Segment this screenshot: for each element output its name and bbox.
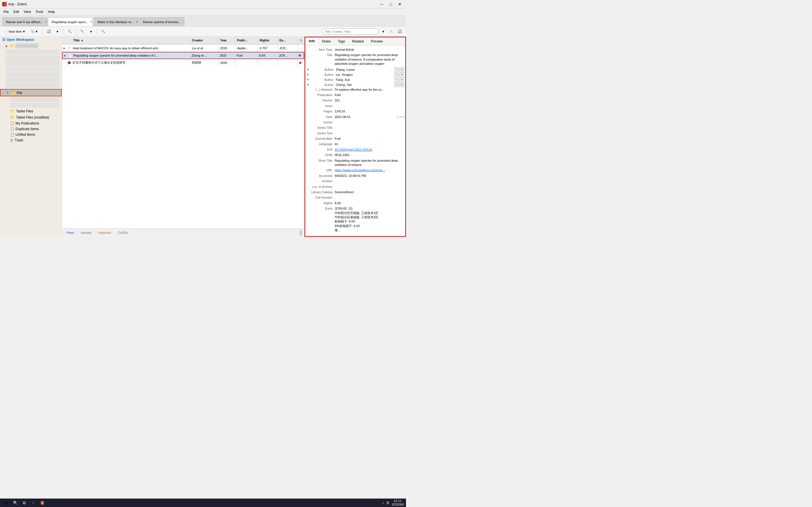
row-title-0: Heat treatment of MnCO3: An easy way to … (71, 47, 190, 50)
col-header-extra[interactable]: Ex... (278, 37, 297, 44)
row-rights-1: 8.04 (257, 52, 277, 59)
publication-label: Publication (306, 93, 335, 97)
sidebar-item-co-others[interactable]: ▶ 📁 Co-Others (0, 43, 62, 49)
search-area: ▼ (322, 28, 387, 35)
tab-label-3: Raman spectra of birness... (143, 20, 181, 24)
alert-button[interactable]: ⚠ (388, 28, 395, 35)
sidebar-item-tablet-modified[interactable]: 📁 Tablet Files (modified) (0, 114, 62, 121)
tab-close-2[interactable]: ✕ (135, 20, 139, 24)
sidebar-item-trash[interactable]: 🗑 Trash (0, 137, 62, 143)
duplicate-items-label: Duplicate Items (15, 127, 39, 131)
tab-close-0[interactable]: ✕ (45, 20, 47, 24)
extra-label: Extra (306, 207, 335, 232)
col-header-year[interactable]: Year (218, 37, 236, 44)
tag-co3o4[interactable]: Co3O4 (116, 230, 130, 235)
col-header-publi[interactable]: Publi... (236, 37, 258, 44)
series-text-label: Series Text (306, 131, 335, 135)
table-row[interactable]: 🎓 矿区不同重构方式下土壤水文性质研究 郭婷婷 2020 (62, 59, 304, 66)
sidebar-item-unfiled[interactable]: 📋 Unfiled Items (0, 132, 62, 137)
author-row-2: ▼ Author Fang, Xue ─ + (306, 77, 404, 82)
new-item-button[interactable]: 📄 New Item ▼ (2, 28, 28, 35)
author-plus-1[interactable]: + (400, 72, 404, 77)
close-button[interactable]: ✕ (396, 1, 404, 7)
tab-0[interactable]: Raman and X-ray diffract... ✕ (2, 17, 47, 26)
col-header-title[interactable]: Title ▲ (71, 37, 190, 44)
date-ymd: y m d (397, 115, 404, 119)
info-series: Series (306, 120, 404, 124)
col-header-creator[interactable]: Creator (190, 37, 218, 44)
menu-edit[interactable]: Edit (11, 9, 21, 14)
search-options-button[interactable]: ▼ (380, 28, 387, 35)
right-tab-related[interactable]: Related (349, 38, 367, 45)
menu-tools[interactable]: Tools (33, 9, 46, 14)
author-plus-3[interactable]: + (400, 82, 404, 87)
menu-help[interactable]: Help (46, 9, 57, 14)
row-title-1: Regulating oxygen species for promoted d… (72, 54, 190, 57)
row-expand-0[interactable]: ▶ (62, 47, 66, 50)
menu-file[interactable]: File (1, 9, 11, 14)
refresh-button[interactable]: 🔄 (396, 28, 404, 35)
author-plus-2[interactable]: + (400, 77, 404, 82)
author-plus-0[interactable]: + (400, 67, 404, 72)
sidebar-item-tablet-files[interactable]: 📁 Tablet Files (0, 108, 62, 114)
author-minus-3[interactable]: ─ (395, 82, 399, 87)
info-panel: Item Type Journal Article Title Regulati… (305, 45, 405, 236)
sync-dropdown[interactable]: ▼ (54, 28, 61, 35)
doi-value[interactable]: 10.1016/j.fuel.2022.124116 (335, 148, 404, 152)
row-extra-0: JCR... (278, 45, 297, 52)
author-name-1: Liu, Yongjun (336, 73, 393, 76)
series-title-value (335, 126, 404, 130)
extra-line-3: 影响因子: 8.04 (335, 219, 404, 224)
tab-1[interactable]: Regulating oxygen speci... ✕ (48, 17, 93, 26)
tab-3[interactable]: Raman spectra of birness... ✕ (139, 17, 185, 26)
statusbar: Read /unread Important Co3O4 (62, 228, 304, 237)
content-area: ☰ Open Workspace ▶ 📁 Co-Others ▼ 📂 tmp 📁 (0, 37, 406, 237)
menu-view[interactable]: View (21, 9, 33, 14)
sync-button[interactable]: 🔄 (45, 28, 53, 35)
right-tab-preview[interactable]: Preview (367, 38, 387, 45)
row-expand-1[interactable]: ▶ (63, 54, 67, 57)
tag-important[interactable]: Important (96, 230, 113, 235)
table-row[interactable]: ▶ 📄 Heat treatment of MnCO3: An easy way… (62, 45, 304, 52)
maximize-button[interactable]: □ (387, 1, 395, 7)
tag-unread[interactable]: /unread (79, 230, 93, 235)
sidebar-item-duplicate-items[interactable]: 📋 Duplicate Items (0, 126, 62, 132)
sidebar-item-tmp[interactable]: ▼ 📂 tmp (0, 89, 62, 96)
annotate-dropdown[interactable]: ▼ (87, 28, 94, 35)
app-icon: Z (2, 2, 7, 6)
author-row-0: ▼ Author Zhang, Luyue ─ + (306, 67, 404, 72)
table-row[interactable]: ▶ 📄 Regulating oxygen species for promot… (62, 52, 304, 59)
info-abstract: (...) Abstract To explore effective way … (306, 88, 404, 92)
info-rights: Rights 8.04 (306, 201, 404, 205)
folder-icon: 📁 (10, 44, 14, 48)
author-minus-1[interactable]: ─ (395, 72, 399, 77)
scrollbar-handle[interactable] (300, 230, 302, 235)
row-attach-1 (297, 52, 304, 59)
locate-button[interactable]: 🔍 (66, 28, 73, 35)
minimize-button[interactable]: ─ (378, 1, 386, 7)
sidebar-item-my-publications[interactable]: 📋 My Publications (0, 121, 62, 126)
tab-close-1[interactable]: ✕ (90, 20, 93, 24)
col-header-rights[interactable]: Rights (258, 37, 278, 44)
right-tab-info[interactable]: Info (305, 38, 319, 45)
tag-read[interactable]: Read (64, 230, 76, 235)
author-minus-0[interactable]: ─ (395, 67, 399, 72)
right-tab-tags[interactable]: Tags (335, 38, 349, 45)
annotate-button[interactable]: ✏️ (79, 28, 86, 35)
add-attachment-button[interactable]: 📎 ▼ (29, 28, 40, 35)
search-input[interactable] (322, 29, 378, 35)
find-button[interactable]: 🔍 (99, 28, 107, 35)
info-issn: ISSN 0016-2361 (306, 153, 404, 157)
right-tab-notes[interactable]: Notes (319, 38, 335, 45)
info-url: URL https://www.sciencedirect.com/scie..… (306, 168, 404, 172)
tab-close-3[interactable]: ✕ (183, 20, 185, 24)
author-row-3: ▼ Author Cheng, Yan ─ + (306, 82, 404, 87)
url-value[interactable]: https://www.sciencedirect.com/scie... (335, 168, 404, 172)
unfiled-label: Unfiled Items (15, 133, 35, 136)
row-extra-1: JCR... (277, 52, 297, 59)
tablet-files-label: Tablet Files (16, 109, 33, 113)
open-workspace[interactable]: ☰ Open Workspace (0, 37, 62, 43)
author-minus-2[interactable]: ─ (395, 77, 399, 82)
call-number-value (335, 195, 404, 200)
tab-2[interactable]: Water in the interlayer re... ✕ (94, 17, 139, 26)
